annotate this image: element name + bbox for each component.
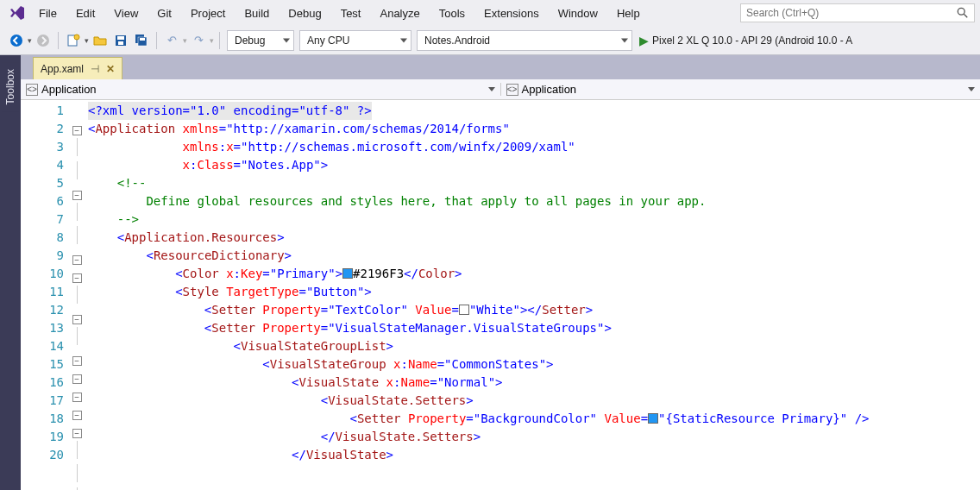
fold-gutter[interactable]: −−−−−−−−−− <box>69 100 85 490</box>
menu-window[interactable]: Window <box>549 3 607 23</box>
side-panel: Toolbox <box>0 55 21 490</box>
pin-icon[interactable]: ⊣ <box>91 63 99 75</box>
code-editor[interactable]: 1234567891011121314151617181920 −−−−−−−−… <box>21 100 980 490</box>
menu-debug[interactable]: Debug <box>279 3 330 23</box>
menu-tools[interactable]: Tools <box>430 3 474 23</box>
config-dropdown[interactable]: Debug <box>227 30 294 51</box>
close-icon[interactable]: ✕ <box>106 63 115 75</box>
quick-search-input[interactable] <box>746 7 957 19</box>
svg-point-2 <box>10 35 22 47</box>
menu-file[interactable]: File <box>29 3 66 23</box>
angle-brackets-icon: <> <box>506 84 518 96</box>
platform-dropdown[interactable]: Any CPU <box>299 30 411 51</box>
start-debug-button[interactable]: ▶ <box>639 34 649 47</box>
undo-button[interactable]: ↶ <box>162 31 181 50</box>
file-tab-app-xaml[interactable]: App.xaml ⊣ ✕ <box>33 57 122 79</box>
startup-dropdown[interactable]: Notes.Android <box>417 30 632 51</box>
svg-point-0 <box>958 8 964 15</box>
file-tab-label: App.xaml <box>41 63 84 75</box>
menu-bar: FileEditViewGitProjectBuildDebugTestAnal… <box>0 0 980 26</box>
debug-target-label[interactable]: Pixel 2 XL Q 10.0 - API 29 (Android 10.0… <box>652 35 852 47</box>
toolbox-tab[interactable]: Toolbox <box>2 62 19 111</box>
save-button[interactable] <box>111 31 130 50</box>
line-number-gutter: 1234567891011121314151617181920 <box>21 100 69 490</box>
quick-search[interactable] <box>740 3 975 22</box>
nav-member-dropdown[interactable]: <> Application <box>501 83 981 96</box>
open-button[interactable] <box>91 31 110 50</box>
svg-point-3 <box>37 35 49 47</box>
search-icon <box>957 7 969 19</box>
nav-scope-dropdown[interactable]: <> Application <box>21 83 501 96</box>
svg-rect-7 <box>117 36 124 40</box>
menu-view[interactable]: View <box>104 3 148 23</box>
menu-help[interactable]: Help <box>607 3 650 23</box>
toolbar: ▾ ▾ ↶ ▾ ↷ ▾ Debug Any CPU Notes.Android … <box>0 26 980 55</box>
menu-edit[interactable]: Edit <box>66 3 104 23</box>
nav-forward-button[interactable] <box>34 31 53 50</box>
menu-project[interactable]: Project <box>181 3 235 23</box>
svg-line-1 <box>964 14 967 17</box>
code-text[interactable]: <?xml version="1.0" encoding="utf-8" ?> … <box>85 100 980 490</box>
redo-button[interactable]: ↷ <box>189 31 208 50</box>
menu-build[interactable]: Build <box>235 3 279 23</box>
menu-extensions[interactable]: Extensions <box>474 3 549 23</box>
svg-rect-8 <box>118 41 123 45</box>
nav-back-button[interactable] <box>7 31 26 50</box>
editor-navbar: <> Application <> Application <box>21 79 980 100</box>
svg-rect-11 <box>140 38 145 41</box>
document-tabstrip: App.xaml ⊣ ✕ <box>21 55 980 79</box>
new-item-button[interactable] <box>64 31 83 50</box>
save-all-button[interactable] <box>132 31 151 50</box>
vs-logo-icon <box>5 4 29 22</box>
menu-test[interactable]: Test <box>331 3 371 23</box>
menu-analyze[interactable]: Analyze <box>370 3 429 23</box>
angle-brackets-icon: <> <box>26 84 38 96</box>
svg-point-5 <box>74 35 79 40</box>
menu-git[interactable]: Git <box>148 3 181 23</box>
editor-area: App.xaml ⊣ ✕ <> Application <> Applicati… <box>21 55 980 490</box>
